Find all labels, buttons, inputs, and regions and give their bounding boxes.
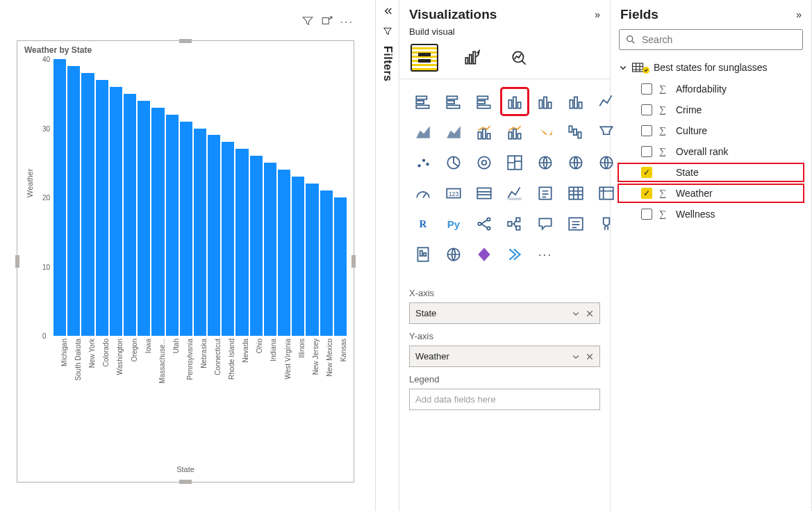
resize-handle[interactable] <box>179 39 192 43</box>
bar[interactable] <box>264 163 276 336</box>
viz-type-more[interactable]: ··· <box>533 242 558 267</box>
bar[interactable] <box>235 149 248 336</box>
resize-handle[interactable] <box>15 255 19 268</box>
bar[interactable] <box>194 129 206 336</box>
report-canvas[interactable]: ··· Weather by State Weather 010203040 M… <box>0 0 376 511</box>
field-crime[interactable]: ∑Crime <box>618 100 804 120</box>
svg-point-36 <box>426 163 429 165</box>
bar[interactable] <box>81 73 94 336</box>
table-header[interactable]: Best states for sunglasses <box>611 57 811 78</box>
resize-handle[interactable] <box>351 255 356 268</box>
bar[interactable] <box>151 108 164 336</box>
viz-type-filled-map[interactable] <box>563 150 588 175</box>
viz-type-ribbon[interactable] <box>533 120 558 145</box>
viz-type-table[interactable] <box>563 181 588 206</box>
visual-container[interactable]: ··· Weather by State Weather 010203040 M… <box>17 40 354 482</box>
field-weather[interactable]: ∑Weather <box>618 184 804 203</box>
field-checkbox[interactable] <box>641 125 652 136</box>
expand-icon[interactable]: » <box>796 9 802 20</box>
well-label-x: X-axis <box>409 288 600 298</box>
analytics-tab[interactable] <box>505 44 533 72</box>
filter-icon[interactable] <box>382 26 393 39</box>
field-checkbox[interactable] <box>641 104 652 115</box>
viz-type-donut[interactable] <box>472 150 497 175</box>
bar[interactable] <box>334 197 347 336</box>
bar[interactable] <box>166 115 179 336</box>
viz-type-line-clustered-col[interactable] <box>502 120 527 145</box>
bar[interactable] <box>208 135 220 336</box>
bar[interactable] <box>124 94 136 336</box>
bar[interactable] <box>292 177 304 336</box>
bar[interactable] <box>320 190 333 336</box>
bar[interactable] <box>222 142 234 336</box>
format-visual-tab[interactable] <box>458 44 486 72</box>
search-input[interactable] <box>642 34 797 45</box>
filters-pane-collapsed[interactable]: Filters <box>376 0 399 511</box>
viz-type-clustered-bar[interactable] <box>441 89 466 114</box>
viz-type-clustered-column[interactable] <box>533 89 558 114</box>
viz-type-gauge[interactable] <box>411 181 436 206</box>
expand-icon[interactable]: » <box>595 9 600 20</box>
viz-type-area[interactable] <box>411 120 436 145</box>
field-checkbox[interactable] <box>641 83 652 95</box>
viz-type-r-visual[interactable]: R <box>411 211 436 236</box>
viz-type-scatter[interactable] <box>411 150 436 175</box>
viz-type-treemap[interactable] <box>502 150 527 175</box>
viz-type-kpi[interactable] <box>502 181 527 206</box>
viz-type-stacked-column[interactable] <box>502 89 527 114</box>
legend-well[interactable]: Add data fields here <box>409 389 600 410</box>
bar[interactable] <box>180 122 192 336</box>
svg-point-62 <box>627 36 633 42</box>
viz-type-key-influencers[interactable] <box>472 211 497 236</box>
field-checkbox[interactable] <box>641 146 652 157</box>
bar[interactable] <box>278 170 290 336</box>
more-icon[interactable]: ··· <box>340 16 354 29</box>
field-checkbox[interactable] <box>641 188 652 199</box>
viz-type-slicer[interactable] <box>533 181 558 206</box>
field-overall-rank[interactable]: ∑Overall rank <box>618 142 804 161</box>
viz-type-powerapps[interactable] <box>472 242 497 267</box>
bar[interactable] <box>250 156 263 336</box>
viz-type-stacked-bar-100[interactable] <box>472 89 497 114</box>
x-axis-well[interactable]: State <box>409 302 600 324</box>
bar[interactable] <box>53 59 66 336</box>
focus-icon[interactable] <box>321 15 333 29</box>
viz-type-arcgis[interactable] <box>441 242 466 267</box>
bar[interactable] <box>110 87 122 336</box>
viz-type-paginated[interactable] <box>411 242 436 267</box>
fields-pane: Fields » Best states for sunglasses ∑Aff… <box>611 0 812 511</box>
field-affordability[interactable]: ∑Affordability <box>618 79 804 99</box>
field-checkbox[interactable] <box>641 209 652 220</box>
bar[interactable] <box>306 184 318 336</box>
field-state[interactable]: State <box>618 163 804 182</box>
fields-search[interactable] <box>619 29 803 50</box>
bar[interactable] <box>138 101 150 336</box>
viz-type-map[interactable] <box>533 150 558 175</box>
viz-type-stacked-column-100[interactable] <box>563 89 588 114</box>
viz-type-stacked-area[interactable] <box>441 120 466 145</box>
viz-type-pie[interactable] <box>441 150 466 175</box>
filter-icon[interactable] <box>301 15 314 29</box>
build-visual-tab[interactable] <box>411 44 438 72</box>
svg-point-51 <box>478 222 481 225</box>
field-culture[interactable]: ∑Culture <box>618 121 804 140</box>
svg-rect-20 <box>544 97 547 108</box>
viz-type-qa[interactable] <box>533 211 558 236</box>
viz-type-waterfall[interactable] <box>563 120 588 145</box>
bar[interactable] <box>67 66 80 336</box>
field-checkbox[interactable] <box>641 167 652 178</box>
bar[interactable] <box>96 80 108 336</box>
viz-type-powerautomate[interactable] <box>502 242 527 267</box>
viz-type-line-stacked-col[interactable] <box>472 120 497 145</box>
resize-handle[interactable] <box>179 480 192 484</box>
field-wellness[interactable]: ∑Wellness <box>618 204 804 224</box>
viz-type-stacked-bar[interactable] <box>411 89 436 114</box>
viz-type-py-visual[interactable]: Py <box>441 211 466 236</box>
viz-type-multi-card[interactable] <box>472 181 497 206</box>
collapse-icon[interactable] <box>382 6 393 19</box>
viz-type-card[interactable]: 123 <box>441 181 466 206</box>
viz-type-narrative[interactable] <box>563 211 588 236</box>
y-axis-well[interactable]: Weather <box>409 346 600 367</box>
svg-rect-12 <box>447 105 459 108</box>
viz-type-decomposition[interactable] <box>502 211 527 236</box>
